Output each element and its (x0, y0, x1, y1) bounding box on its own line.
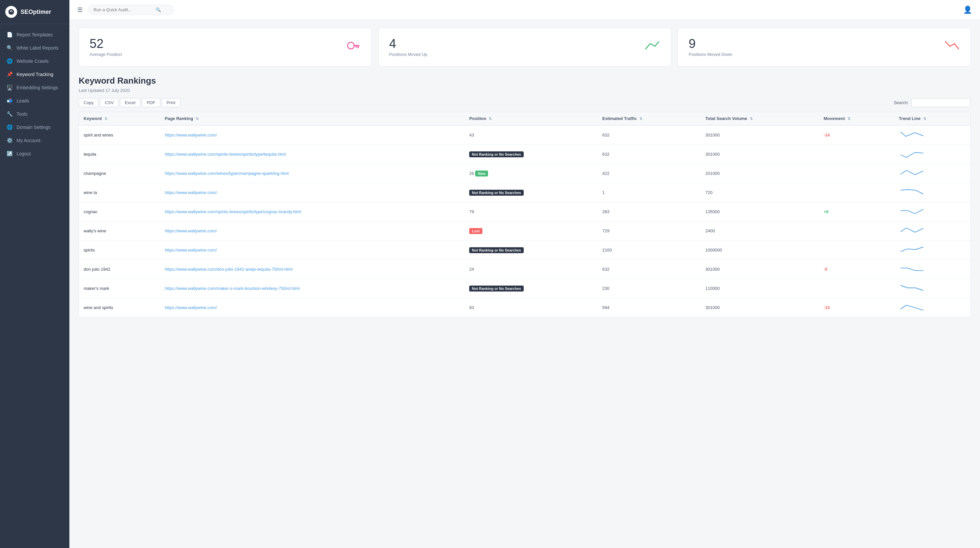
stat-card-positions-up: 4 Positions Moved Up (378, 28, 671, 67)
leads-icon: 📬 (6, 98, 13, 104)
cell-trend (894, 145, 970, 164)
sidebar-item-label: Website Crawls (16, 59, 49, 64)
cell-url[interactable]: https://www.wallywine.com/don-julio-1942… (160, 260, 465, 279)
cell-keyword: wine and spirits (79, 298, 160, 317)
logo-text: SEOptimer (21, 9, 51, 16)
svg-point-1 (348, 42, 354, 49)
cell-url[interactable]: https://www.wallywine.com/ (160, 241, 465, 260)
tools-icon: 🔧 (6, 111, 13, 117)
table-search-input[interactable] (911, 98, 971, 107)
sidebar-item-embedding-settings[interactable]: 🖥️Embedding Settings (0, 81, 69, 94)
sidebar-item-label: Report Templates (16, 32, 52, 37)
cell-url[interactable]: https://www.wallywine.com/spirits-brews/… (160, 145, 465, 164)
export-btn-csv[interactable]: CSV (100, 98, 119, 107)
cell-volume: 1000000 (701, 241, 819, 260)
sidebar-item-my-account[interactable]: ⚙️My Account (0, 134, 69, 147)
col-header-movement[interactable]: Movement ⇅ (819, 112, 894, 125)
export-btn-print[interactable]: Print (162, 98, 180, 107)
search-input[interactable] (94, 7, 153, 12)
movement-value: -14 (824, 132, 830, 137)
logout-icon: ↗️ (6, 151, 13, 157)
sidebar-item-label: Domain Settings (16, 124, 51, 130)
cell-movement (819, 241, 894, 260)
movement-value: -15 (824, 305, 830, 310)
white-label-reports-icon: 🔍 (6, 45, 13, 51)
cell-trend (894, 241, 970, 260)
cell-traffic: 1 (598, 183, 701, 202)
table-row: wine la https://www.wallywine.com/ Not R… (79, 183, 970, 202)
position-badge: Lost (469, 228, 482, 234)
cell-position: Not Ranking or No Searches (465, 183, 597, 202)
hamburger-icon[interactable]: ☰ (77, 6, 83, 14)
cell-movement (819, 183, 894, 202)
export-btn-excel[interactable]: Excel (120, 98, 140, 107)
stat-card-avg-position: 52 Average Position (79, 28, 372, 67)
cell-volume: 2400 (701, 221, 819, 241)
col-header-estimated-traffic[interactable]: Estimated Traffic ⇅ (598, 112, 701, 125)
position-badge: Not Ranking or No Searches (469, 247, 524, 253)
cell-url[interactable]: https://www.wallywine.com/ (160, 221, 465, 241)
section-title: Keyword Rankings (79, 76, 971, 86)
cell-position: 83 (465, 298, 597, 317)
sidebar-item-keyword-tracking[interactable]: 📌Keyword Tracking (0, 68, 69, 81)
cell-movement: +8 (819, 202, 894, 221)
sidebar-item-label: Keyword Tracking (16, 72, 53, 77)
sidebar-item-report-templates[interactable]: 📄Report Templates (0, 28, 69, 41)
cell-position: 26 New (465, 164, 597, 183)
cell-keyword: champagne (79, 164, 160, 183)
cell-volume: 720 (701, 183, 819, 202)
export-btn-copy[interactable]: Copy (79, 98, 99, 107)
sidebar-item-logout[interactable]: ↗️Logout (0, 147, 69, 160)
cell-keyword: spirits (79, 241, 160, 260)
sidebar-item-leads[interactable]: 📬Leads (0, 94, 69, 107)
quick-audit-search[interactable]: 🔍 (88, 5, 174, 15)
col-header-trend-line[interactable]: Trend Line ⇅ (894, 112, 970, 125)
col-header-page-ranking[interactable]: Page Ranking ⇅ (160, 112, 465, 125)
col-header-position[interactable]: Position ⇅ (465, 112, 597, 125)
cell-position: 79 (465, 202, 597, 221)
stat-icon-avg-position (345, 40, 361, 54)
col-header-total-search-volume[interactable]: Total Search Volume ⇅ (701, 112, 819, 125)
cell-keyword: spirit and wines (79, 125, 160, 145)
keyword-tracking-icon: 📌 (6, 72, 13, 77)
svg-point-0 (8, 9, 14, 15)
cell-traffic: 422 (598, 164, 701, 183)
cell-movement (819, 279, 894, 298)
cell-url[interactable]: https://www.wallywine.com/maker-s-mark-b… (160, 279, 465, 298)
cell-traffic: 729 (598, 221, 701, 241)
cell-url[interactable]: https://www.wallywine.com/spirits-brews/… (160, 202, 465, 221)
cell-position: 24 (465, 260, 597, 279)
cell-url[interactable]: https://www.wallywine.com/wines/type/cha… (160, 164, 465, 183)
sidebar-item-domain-settings[interactable]: 🌐Domain Settings (0, 121, 69, 134)
cell-movement: -5 (819, 260, 894, 279)
cell-url[interactable]: https://www.wallywine.com/ (160, 298, 465, 317)
sidebar-item-white-label-reports[interactable]: 🔍White Label Reports (0, 41, 69, 54)
cell-keyword: wally's wine (79, 221, 160, 241)
col-header-keyword[interactable]: Keyword ⇅ (79, 112, 160, 125)
logo-icon (5, 6, 17, 18)
sidebar-item-label: White Label Reports (16, 45, 59, 51)
cell-keyword: wine la (79, 183, 160, 202)
export-btn-pdf[interactable]: PDF (142, 98, 160, 107)
sidebar-item-tools[interactable]: 🔧Tools (0, 107, 69, 121)
cell-url[interactable]: https://www.wallywine.com/ (160, 125, 465, 145)
cell-traffic: 594 (598, 298, 701, 317)
user-icon[interactable]: 👤 (963, 6, 972, 14)
stat-label: Positions Moved Down (689, 52, 732, 57)
embedding-settings-icon: 🖥️ (6, 84, 13, 91)
table-row: tequila https://www.wallywine.com/spirit… (79, 145, 970, 164)
stat-label: Positions Moved Up (389, 52, 428, 57)
topbar: ☰ 🔍 👤 (69, 0, 980, 20)
export-buttons: CopyCSVExcelPDFPrint (79, 98, 180, 107)
sort-icon-page-ranking: ⇅ (196, 117, 199, 121)
keyword-table-wrapper: Keyword ⇅Page Ranking ⇅Position ⇅Estimat… (79, 112, 971, 317)
stat-icon-positions-down (944, 40, 960, 54)
stat-number: 52 (89, 37, 122, 50)
cell-traffic: 2100 (598, 241, 701, 260)
main-content: 52 Average Position 4 Positions Moved Up… (69, 20, 980, 548)
cell-volume: 110000 (701, 279, 819, 298)
cell-keyword: cognac (79, 202, 160, 221)
cell-keyword: don julio 1942 (79, 260, 160, 279)
cell-url[interactable]: https://www.wallywine.com/ (160, 183, 465, 202)
sidebar-item-website-crawls[interactable]: 🌐Website Crawls (0, 54, 69, 68)
